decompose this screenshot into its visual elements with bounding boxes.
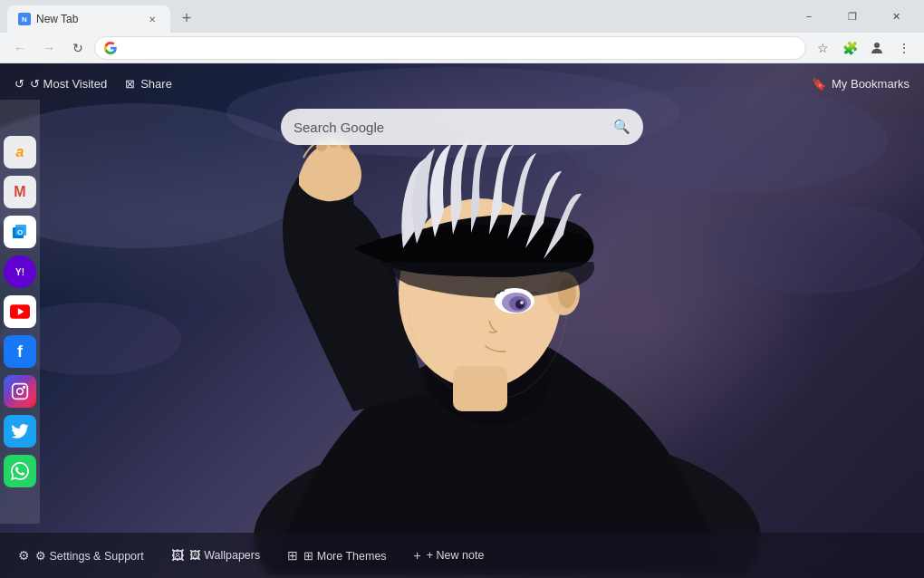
- svg-rect-24: [13, 384, 28, 400]
- shortcut-outlook[interactable]: O: [4, 216, 36, 248]
- my-bookmarks-button[interactable]: 🔖 My Bookmarks: [812, 77, 910, 91]
- more-themes-label: ⊞ More Themes: [303, 549, 386, 563]
- minimize-button[interactable]: −: [788, 3, 830, 30]
- left-shortcuts: a M O Y! f: [0, 100, 40, 524]
- forward-button[interactable]: →: [36, 35, 62, 61]
- profile-icon[interactable]: [864, 35, 890, 61]
- new-note-button[interactable]: + + New note: [414, 548, 485, 563]
- svg-point-26: [24, 387, 25, 389]
- search-placeholder: Search Google: [294, 120, 604, 135]
- wallpapers-button[interactable]: 🖼 🖼 Wallpapers: [171, 548, 261, 563]
- svg-point-0: [874, 43, 880, 48]
- most-visited-icon: ↺: [14, 77, 24, 91]
- shortcut-twitter[interactable]: [4, 415, 36, 448]
- close-button[interactable]: ✕: [875, 3, 917, 30]
- svg-point-25: [17, 389, 24, 395]
- settings-button[interactable]: ⚙ ⚙ Settings & Support: [18, 548, 144, 563]
- new-note-label: + New note: [427, 549, 485, 562]
- tab-favicon: N: [18, 13, 31, 25]
- bottom-toolbar: ⚙ ⚙ Settings & Support 🖼 🖼 Wallpapers ⊞ …: [0, 533, 924, 578]
- share-label: Share: [140, 77, 172, 91]
- new-note-icon: +: [414, 548, 421, 563]
- toolbar-icons: ☆ 🧩 ⋮: [810, 35, 917, 61]
- svg-point-18: [520, 301, 524, 304]
- url-bar[interactable]: [94, 36, 806, 60]
- most-visited-label: ↺ Most Visited: [30, 77, 107, 91]
- shortcut-gmail[interactable]: M: [4, 176, 36, 208]
- more-themes-button[interactable]: ⊞ ⊞ More Themes: [287, 548, 386, 563]
- bookmarks-icon: 🔖: [812, 77, 826, 91]
- back-button[interactable]: ←: [7, 35, 33, 61]
- new-tab-content: ↺ ↺ Most Visited ⊠ Share 🔖 My Bookmarks …: [0, 63, 924, 578]
- shortcut-youtube[interactable]: [4, 295, 36, 328]
- active-tab[interactable]: N New Tab ✕: [7, 5, 170, 33]
- bookmark-icon[interactable]: ☆: [810, 35, 835, 61]
- reload-button[interactable]: ↻: [65, 35, 91, 61]
- window-frame: N New Tab ✕ + − ❐ ✕ ← → ↻: [0, 0, 924, 578]
- extensions-icon[interactable]: 🧩: [837, 35, 862, 61]
- shortcut-yahoo[interactable]: Y!: [4, 255, 36, 288]
- bookmarks-bar: ↺ ↺ Most Visited ⊠ Share 🔖 My Bookmarks: [0, 63, 924, 103]
- wallpapers-icon: 🖼: [171, 548, 184, 563]
- wallpapers-label: 🖼 Wallpapers: [189, 549, 261, 562]
- tab-title: New Tab: [36, 13, 78, 25]
- menu-icon[interactable]: ⋮: [891, 35, 917, 61]
- title-bar: N New Tab ✕ + − ❐ ✕: [0, 0, 924, 33]
- search-container: Search Google 🔍: [281, 109, 643, 145]
- share-icon: ⊠: [125, 77, 135, 91]
- restore-button[interactable]: ❐: [832, 3, 873, 30]
- shortcut-instagram[interactable]: [4, 375, 36, 408]
- svg-rect-11: [453, 366, 507, 411]
- address-bar: ← → ↻ ☆ 🧩 ⋮: [0, 33, 924, 63]
- svg-text:O: O: [17, 228, 23, 236]
- settings-icon: ⚙: [18, 548, 30, 563]
- new-tab-button[interactable]: +: [174, 5, 199, 31]
- shortcut-amazon[interactable]: a: [4, 136, 36, 169]
- tab-close-button[interactable]: ✕: [145, 12, 159, 26]
- shortcut-facebook[interactable]: f: [4, 335, 36, 368]
- search-icon: 🔍: [613, 119, 630, 135]
- svg-point-4: [707, 203, 924, 294]
- shortcut-whatsapp[interactable]: [4, 455, 36, 487]
- google-favicon-icon: [104, 42, 117, 54]
- most-visited-button[interactable]: ↺ ↺ Most Visited: [14, 77, 107, 91]
- settings-label: ⚙ Settings & Support: [35, 549, 144, 563]
- tab-strip: N New Tab ✕ +: [0, 0, 199, 33]
- themes-icon: ⊞: [287, 548, 298, 563]
- share-button[interactable]: ⊠ Share: [125, 77, 172, 91]
- search-box[interactable]: Search Google 🔍: [281, 109, 643, 145]
- svg-point-17: [515, 300, 525, 309]
- window-controls: − ❐ ✕: [788, 3, 924, 30]
- bookmarks-label: My Bookmarks: [832, 77, 910, 91]
